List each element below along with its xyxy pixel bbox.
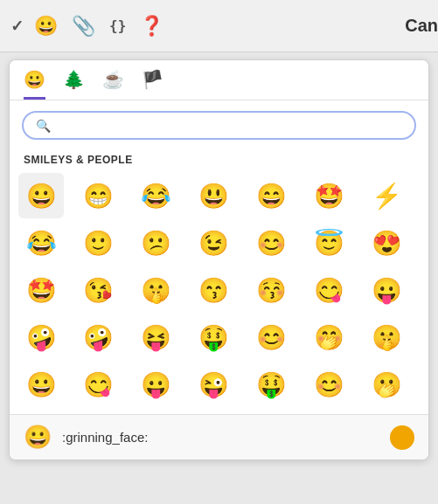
tab-food[interactable]: ☕ <box>102 69 124 100</box>
emoji-cell[interactable]: 😋 <box>76 362 122 407</box>
emoji-cell[interactable]: 😊 <box>248 220 294 266</box>
emoji-cell[interactable]: 😋 <box>306 267 351 313</box>
emoji-cell[interactable]: 🙂 <box>76 220 122 266</box>
emoji-cell[interactable]: 😂 <box>18 220 64 266</box>
emoji-cell[interactable]: 🤩 <box>18 267 64 313</box>
tab-flags[interactable]: 🏴 <box>142 69 163 100</box>
emoji-cell[interactable]: 😇 <box>306 220 351 266</box>
emoji-cell[interactable]: ⚡ <box>364 173 409 218</box>
emoji-grid-wrapper[interactable]: 😀😁😂😃😄🤩⚡😂🙂😕😉😊😇😍🤩😘🤫😙😚😋😛🤪🤪😝🤑😊🤭🤫😀😋😛😜🤑😊🫢 <box>10 173 428 414</box>
emoji-cell[interactable]: 🤫 <box>364 314 409 360</box>
emoji-picker: 😀 🌲 ☕ 🏴 🔍 SMILEYS & PEOPLE 😀😁😂😃😄🤩⚡😂🙂😕😉😊😇… <box>9 59 429 460</box>
emoji-cell[interactable]: 😃 <box>191 173 237 218</box>
emoji-cell[interactable]: 😝 <box>134 314 179 360</box>
checkmark-icon[interactable]: ✓ <box>10 17 24 36</box>
emoji-cell[interactable]: 😊 <box>248 314 294 360</box>
emoji-cell[interactable]: 😍 <box>364 220 409 266</box>
emoji-cell[interactable]: 🤩 <box>306 173 351 218</box>
emoji-cell[interactable]: 🤪 <box>76 314 122 360</box>
emoji-cell[interactable]: 😉 <box>191 220 237 266</box>
emoji-cell[interactable]: 😕 <box>134 220 179 266</box>
attachment-icon[interactable]: 📎 <box>68 11 99 41</box>
emoji-cell[interactable]: 🤫 <box>134 267 179 313</box>
emoji-cell[interactable]: 🤭 <box>306 314 351 360</box>
can-button[interactable]: Can <box>398 0 438 52</box>
search-input[interactable] <box>56 118 402 133</box>
emoji-cell[interactable]: 🤑 <box>191 314 237 360</box>
emoji-cell[interactable]: 😀 <box>18 362 64 407</box>
selected-emoji-label: :grinning_face: <box>62 430 379 445</box>
emoji-cell[interactable]: 🤪 <box>18 314 64 360</box>
category-tabs: 😀 🌲 ☕ 🏴 <box>10 60 428 100</box>
emoji-icon[interactable]: 😀 <box>31 11 61 41</box>
help-icon[interactable]: ❓ <box>136 11 167 41</box>
emoji-cell[interactable]: 😜 <box>191 362 237 407</box>
search-container: 🔍 <box>10 100 428 150</box>
category-label: SMILEYS & PEOPLE <box>10 150 428 173</box>
status-bar: 😀 :grinning_face: <box>10 414 428 459</box>
status-dot[interactable] <box>390 425 414 450</box>
emoji-cell[interactable]: 🫢 <box>364 362 409 407</box>
selected-emoji-preview: 😀 <box>24 424 52 451</box>
emoji-grid: 😀😁😂😃😄🤩⚡😂🙂😕😉😊😇😍🤩😘🤫😙😚😋😛🤪🤪😝🤑😊🤭🤫😀😋😛😜🤑😊🫢 <box>10 173 428 414</box>
emoji-cell[interactable]: 😁 <box>76 173 122 218</box>
toolbar: ✓ 😀 📎 {} ❓ ⏱ Can <box>0 0 438 52</box>
tab-smileys[interactable]: 😀 <box>24 69 45 100</box>
emoji-cell[interactable]: 😛 <box>364 267 409 313</box>
emoji-cell[interactable]: 😚 <box>248 267 294 313</box>
emoji-cell[interactable]: 😊 <box>306 362 351 407</box>
emoji-cell[interactable]: 😄 <box>248 173 294 218</box>
tab-nature[interactable]: 🌲 <box>63 69 85 100</box>
search-icon: 🔍 <box>36 119 51 133</box>
emoji-cell[interactable]: 😙 <box>191 267 237 313</box>
search-box: 🔍 <box>22 111 416 140</box>
code-icon[interactable]: {} <box>106 14 129 38</box>
emoji-cell[interactable]: 😂 <box>134 173 179 218</box>
emoji-cell[interactable]: 😘 <box>76 267 122 313</box>
emoji-cell[interactable]: 😀 <box>18 173 64 218</box>
emoji-cell[interactable]: 🤑 <box>248 362 294 407</box>
emoji-cell[interactable]: 😛 <box>134 362 179 407</box>
